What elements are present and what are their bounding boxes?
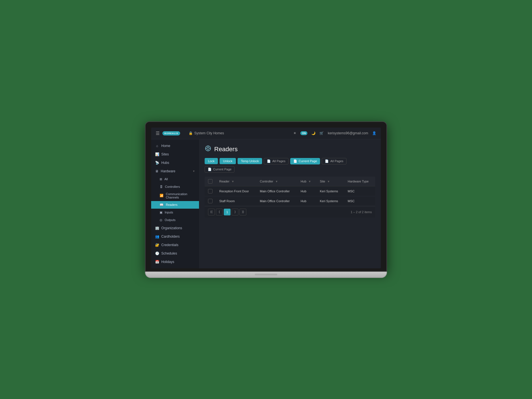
row2-reader: Staff Room [216,196,256,206]
current-page-2-button[interactable]: 📄 Current Page [205,166,234,173]
row1-site: Keri Systems [316,186,344,196]
pagination-next-button[interactable]: ⟩ [232,209,238,215]
sidebar-sub-item-all[interactable]: ⊞ All [151,175,199,183]
all-pages-1-label: All Pages [272,159,285,163]
pagination-page-1-button[interactable]: 1 [224,209,231,215]
row2-checkbox-cell[interactable] [205,196,216,206]
row2-site: Keri Systems [316,196,344,206]
screen-bezel: ☰ BOREALIS 🔒 System City Homes ☀ ON 🌙 🛒 … [145,121,387,272]
row1-hub: Hub [297,186,316,196]
all-pages-1-button[interactable]: 📄 All Pages [264,158,288,164]
controller-filter-icon[interactable]: ▼ [275,180,278,183]
row2-hub: Hub [297,196,316,206]
unlock-button[interactable]: Unlock [220,158,236,164]
all-pages-2-icon: 📄 [325,159,329,163]
row2-checkbox[interactable] [208,199,213,203]
site-icon: 🔒 [189,131,193,135]
th-hub: Hub ▼ [297,177,316,186]
current-page-1-icon: 📄 [293,159,297,163]
sidebar-label-holidays: Holidays [161,260,174,264]
col-hub-label: Hub [301,180,306,183]
col-controller-label: Controller [260,180,273,183]
toolbar: Lock Unlock Temp Unlock 📄 All Pages 📄 Cu… [205,158,375,173]
sidebar-label-comm-channels: Communication Channels [166,192,195,199]
pagination: ⟨⟨ ⟨ 1 ⟩ ⟩⟩ 1 – 2 of 2 items [205,206,375,218]
sidebar-item-credentials[interactable]: 🔐 Credentials [151,241,199,249]
col-hardware-type-label: Hardware Type [348,180,368,183]
chevron-down-icon: ▼ [193,170,195,173]
pagination-first-button[interactable]: ⟨⟨ [208,209,215,215]
sidebar-item-home[interactable]: ⌂ Home [151,142,199,150]
sidebar-item-cardholders[interactable]: 👥 Cardholders [151,232,199,241]
sidebar-item-holidays[interactable]: 📅 Holidays [151,258,199,266]
sidebar-sub-item-inputs[interactable]: ▣ Inputs [151,209,199,216]
row1-checkbox[interactable] [208,189,213,193]
readers-icon: 📖 [160,203,164,207]
sidebar-label-sites: Sites [161,152,169,156]
svg-point-1 [207,147,209,150]
moon-icon[interactable]: 🌙 [311,131,316,135]
site-info: 🔒 System City Homes [189,131,224,135]
all-icon: ⊞ [160,177,162,181]
sidebar-item-organizations[interactable]: 🏢 Organizations [151,224,199,232]
page-title-icon [205,145,211,153]
sidebar-label-all: All [164,177,168,181]
credentials-icon: 🔐 [155,243,159,247]
reader-filter-icon[interactable]: ▼ [231,180,234,183]
sidebar-label-outputs: Outputs [165,218,176,222]
current-page-2-label: Current Page [213,168,231,171]
sidebar-label-hardware: Hardware [161,169,175,173]
th-site: Site ▼ [316,177,344,186]
all-pages-2-button[interactable]: 📄 All Pages [322,158,346,164]
sidebar-item-schedules[interactable]: 🕐 Schedules [151,249,199,258]
toggle-switch[interactable]: ON [300,131,308,135]
lock-button[interactable]: Lock [205,158,218,164]
laptop-screen: ☰ BOREALIS 🔒 System City Homes ☀ ON 🌙 🛒 … [151,128,381,268]
select-all-checkbox[interactable] [208,179,213,184]
row2-controller: Main Office Controller [256,196,297,206]
home-icon: ⌂ [155,144,159,148]
th-controller: Controller ▼ [256,177,297,186]
current-page-1-button[interactable]: 📄 Current Page [290,158,320,164]
user-email: kerisystems96@gmail.com [328,131,368,135]
laptop-base [145,272,387,278]
sidebar-sub-item-communication-channels[interactable]: 📶 Communication Channels [151,190,199,201]
th-select-all[interactable] [205,177,216,186]
col-reader-label: Reader [219,180,229,183]
site-filter-icon[interactable]: ▼ [327,180,330,183]
row1-checkbox-cell[interactable] [205,186,216,196]
th-reader: Reader ▼ [216,177,256,186]
user-icon[interactable]: 👤 [372,131,376,135]
main-layout: ⌂ Home 📊 Sites 📡 Hubs 🖥 Hardware [151,139,381,268]
pagination-last-button[interactable]: ⟩⟩ [240,209,246,215]
organizations-icon: 🏢 [155,226,159,230]
table-row: Staff Room Main Office Controller Hub Ke… [205,196,375,206]
sidebar-label-home: Home [161,144,170,148]
sidebar-label-cardholders: Cardholders [161,235,180,238]
sidebar-item-holiday-types[interactable]: 📋 Holiday Types [151,266,199,268]
cart-icon[interactable]: 🛒 [319,131,324,135]
menu-icon[interactable]: ☰ [156,131,160,136]
sidebar-item-sites[interactable]: 📊 Sites [151,150,199,159]
hub-filter-icon[interactable]: ▼ [308,180,311,183]
holidays-icon: 📅 [155,260,159,264]
current-page-1-label: Current Page [299,159,317,163]
topbar-right: ☀ ON 🌙 🛒 kerisystems96@gmail.com 👤 [293,131,376,135]
temp-unlock-button[interactable]: Temp Unlock [238,158,262,164]
sidebar-sub-item-controllers[interactable]: 🎛 Controllers [151,183,199,190]
current-page-2-icon: 📄 [208,168,212,171]
sidebar-label-inputs: Inputs [165,211,173,214]
content-area: Readers Lock Unlock Temp Unlock 📄 All Pa… [199,139,381,268]
pagination-controls: ⟨⟨ ⟨ 1 ⟩ ⟩⟩ [208,209,246,215]
table-row: Reception Front Door Main Office Control… [205,186,375,196]
sidebar-sub-item-outputs[interactable]: ◎ Outputs [151,216,199,224]
schedules-icon: 🕐 [155,251,159,255]
hubs-icon: 📡 [155,161,159,165]
brightness-icon[interactable]: ☀ [293,131,296,135]
pagination-prev-button[interactable]: ⟨ [216,209,223,215]
th-hardware-type: Hardware Type [344,177,375,186]
sidebar-item-hubs[interactable]: 📡 Hubs [151,159,199,167]
sidebar-sub-item-readers[interactable]: 📖 Readers [151,201,199,209]
sidebar-label-readers: Readers [166,203,178,206]
sidebar-item-hardware[interactable]: 🖥 Hardware ▼ [151,167,199,175]
